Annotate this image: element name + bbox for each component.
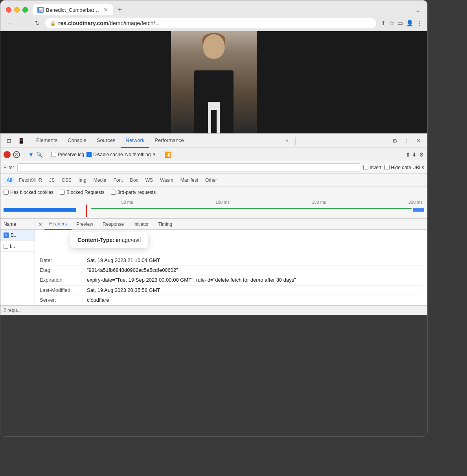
maximize-button[interactable] [22,7,28,13]
type-btn-fetch-xhr[interactable]: Fetch/XHR [16,177,45,184]
request-name-1: f... [10,244,15,249]
upload-icon[interactable]: ⬆ [406,151,410,158]
timeline-bar-blue-right [413,208,424,212]
type-btn-all[interactable]: All [4,177,15,184]
type-btn-css[interactable]: CSS [59,177,75,184]
nt-divider-3 [160,151,160,159]
third-party-label[interactable]: 3rd-party requests [111,190,156,195]
search-icon[interactable]: 🔍 [36,151,43,158]
tab-sources[interactable]: Sources [92,134,120,148]
more-tabs-button[interactable]: » [281,134,293,148]
active-tab[interactable]: 📊 Benedict_Cumberbatch_2011. ✕ [33,4,113,15]
throttle-select[interactable]: No throttling ▼ [125,152,156,157]
network-settings-icon[interactable]: ⚙ [419,151,424,158]
tab-close-icon[interactable]: ✕ [103,7,108,13]
address-bar[interactable]: 🔒 res.cloudinary.com/demo/image/fetch/..… [45,18,376,28]
request-row-1[interactable]: f... [0,241,35,252]
devtools-end-actions: ⚙ ⋮ ✕ [390,135,424,146]
header-row-last-modified: Last-Modified: Sat, 19 Aug 2023 20:35:56… [40,286,423,295]
h-tab-preview[interactable]: Preview [72,219,98,230]
blocked-requests-label[interactable]: Blocked Requests [60,190,105,195]
type-btn-img[interactable]: Img [75,177,90,184]
header-value-date: Sat, 19 Aug 2023 21:10:04 GMT [87,257,423,264]
request-name-0: B... [11,232,18,238]
nt-divider-2 [47,151,47,159]
reload-button[interactable]: ↻ [32,18,43,29]
new-tab-button[interactable]: + [114,4,125,15]
headers-close-button[interactable]: ✕ [37,220,44,228]
blocked-cookies-label[interactable]: Has blocked cookies [4,190,53,195]
forward-button[interactable]: → [18,18,29,29]
type-btn-media[interactable]: Media [90,177,110,184]
disable-cache-label[interactable]: ✓ Disable cache [86,152,123,157]
tab-chevron[interactable]: ⌄ [414,5,422,15]
close-button[interactable] [6,7,11,13]
device-toggle-icon[interactable]: 📱 [15,135,26,146]
h-tab-response[interactable]: Response [98,219,129,230]
tab-network[interactable]: Network [121,134,149,148]
bookmark-icon[interactable]: ☆ [389,20,394,27]
toolbar-divider-2 [295,137,296,145]
header-row-expiration: Expiration: expiry-date="Tue, 19 Sep 202… [40,275,423,285]
tab-performance[interactable]: Performance [150,134,188,148]
third-party-checkbox[interactable] [111,190,116,195]
tab-console[interactable]: Console [63,134,91,148]
header-key-etag: Etag: [40,267,87,274]
minimize-button[interactable] [14,7,20,13]
hide-data-label[interactable]: Hide data URLs [384,165,424,170]
type-btn-font[interactable]: Font [110,177,126,184]
wifi-icon: 📶 [164,151,171,158]
record-button[interactable] [4,151,11,158]
h-tab-timing[interactable]: Timing [153,219,177,230]
download-icon[interactable]: ⬇ [412,151,417,158]
reading-mode-icon[interactable]: ▭ [397,20,403,27]
more-options-icon[interactable]: ⋮ [417,20,423,27]
person-tie [211,110,217,133]
headers-tabs: ✕ Headers Preview Response Initiator Tim… [35,219,427,230]
ruler-50ms: 50 ms [38,200,135,205]
invert-label[interactable]: Invert [363,165,381,170]
disable-cache-checkbox[interactable]: ✓ [86,152,92,157]
type-btn-other[interactable]: Other [202,177,220,184]
devtools-more-icon[interactable]: ⋮ [401,135,412,146]
devtools-close-button[interactable]: ✕ [413,135,424,146]
settings-icon[interactable]: ⚙ [390,135,401,146]
inspect-icon[interactable]: ⊡ [4,135,15,146]
type-btn-js[interactable]: JS [46,177,58,184]
timeline-area: 50 ms 100 ms 150 ms 200 ms [0,198,427,219]
headers-panel: ✕ Headers Preview Response Initiator Tim… [35,219,427,305]
header-row-etag: Etag: "9814a51fb6848d0902ac5a5cdfe00602" [40,266,423,275]
third-party-text: 3rd-party requests [118,190,156,195]
header-key-expiration: Expiration: [40,277,87,284]
type-btn-doc[interactable]: Doc [127,177,141,184]
share-icon[interactable]: ⬆ [381,20,386,27]
request-row-0[interactable]: ≡ B... [0,230,35,241]
preserve-log-text: Preserve log [58,152,84,157]
ruler-100ms: 100 ms [135,200,232,205]
invert-checkbox[interactable] [363,165,368,170]
request-table: Name ≡ B... f... ✕ Headers Preview Respo… [0,219,427,305]
timeline-bar-green [91,208,412,209]
nt-divider [24,151,24,159]
hide-data-checkbox[interactable] [384,165,390,170]
preserve-log-checkbox[interactable] [51,152,56,157]
name-header-text: Name [4,221,16,227]
timeline-bar-blue [4,208,76,212]
type-btn-manifest[interactable]: Manifest [177,177,201,184]
back-button[interactable]: ← [5,18,16,29]
clear-button[interactable]: ⊘ [13,151,20,158]
type-btn-wasm[interactable]: Wasm [157,177,177,184]
person-shirt [208,102,220,133]
type-btn-ws[interactable]: WS [142,177,156,184]
blocked-cookies-checkbox[interactable] [4,190,9,195]
preserve-log-label[interactable]: Preserve log [51,152,84,157]
filter-input[interactable] [17,163,360,172]
h-tab-headers[interactable]: Headers [44,219,72,230]
header-value-server: cloudflare [87,297,423,304]
h-tab-initiator[interactable]: Initiator [129,219,153,230]
tab-elements[interactable]: Elements [31,134,62,148]
filter-icon[interactable]: ▼ [28,151,34,158]
profile-icon[interactable]: 👤 [406,20,414,27]
blocked-requests-checkbox[interactable] [60,190,65,195]
headers-content: Content-Type: image/avif Date: Sat, 19 A… [35,230,427,305]
